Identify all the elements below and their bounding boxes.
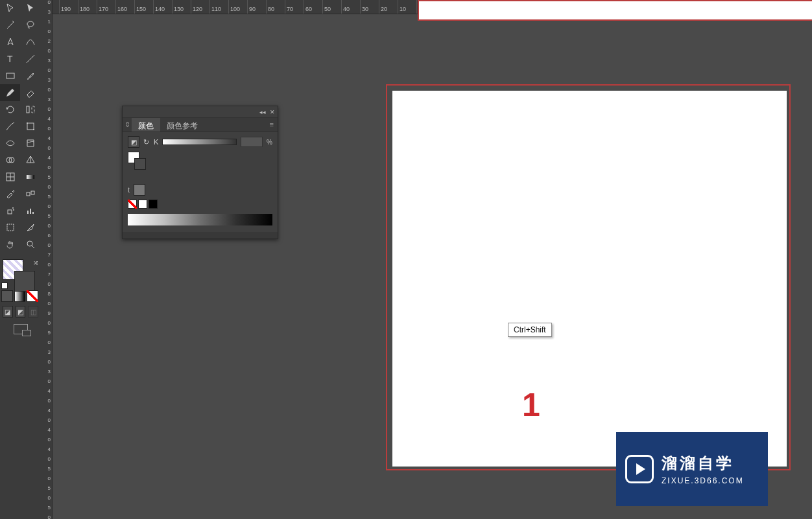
ruler-tick: 0 (41, 224, 52, 233)
eraser-tool[interactable] (21, 84, 41, 101)
artboard-1[interactable]: Ctrl+Shift 1 (392, 91, 787, 467)
line-tool[interactable] (21, 51, 41, 67)
warp-tool[interactable] (21, 135, 41, 152)
ruler-tick: 8 (41, 292, 52, 301)
fill-mode-gradient[interactable] (14, 290, 26, 302)
svg-point-17 (13, 209, 14, 211)
svg-point-7 (27, 122, 28, 124)
panel-close-icon[interactable]: ✕ (270, 109, 275, 115)
svg-point-8 (33, 129, 34, 130)
hand-tool[interactable] (0, 236, 20, 253)
direct-selection-tool[interactable] (21, 0, 41, 17)
artboard-tool[interactable] (0, 219, 20, 236)
swap-fill-stroke-icon[interactable]: ⤮ (33, 259, 38, 266)
ruler-vertical[interactable]: 0310203030304040405050506070708090903030… (41, 0, 53, 519)
ruler-tick: 3 (41, 97, 52, 107)
panel-menu-icon[interactable]: ≡ (266, 118, 278, 132)
ruler-tick: 0 (41, 107, 52, 117)
ruler-tick: 180 (78, 0, 97, 14)
watermark-title: 溜溜自学 (662, 453, 744, 474)
fill-mode-none[interactable] (27, 290, 38, 302)
ruler-tick: 0 (41, 165, 52, 175)
svg-rect-3 (6, 73, 14, 78)
draw-inside[interactable]: ◫ (28, 306, 38, 317)
svg-rect-5 (32, 106, 34, 113)
ruler-tick: 5 (41, 486, 52, 496)
pencil-tool[interactable] (0, 84, 20, 101)
artboard-number-label: 1 (522, 386, 540, 424)
perspective-tool[interactable] (21, 152, 41, 168)
fill-stroke-swatches[interactable]: ⤮ (0, 257, 41, 289)
rectangle-tool[interactable] (0, 67, 20, 84)
svg-rect-13 (27, 192, 30, 196)
ruler-tick: 0 (41, 282, 52, 292)
panel-grip-icon[interactable]: ⇕ (123, 118, 132, 132)
panel-fill-stroke[interactable] (128, 152, 147, 171)
flyout-icon[interactable]: ◩ (128, 136, 139, 148)
ruler-tick: 0 (41, 321, 52, 330)
ruler-tick: 0 (41, 360, 52, 369)
zoom-tool[interactable] (21, 236, 41, 253)
blend-tool[interactable] (21, 185, 41, 202)
k-value-input[interactable] (241, 137, 263, 147)
paintbrush-tool[interactable] (21, 67, 41, 84)
ruler-tick: 2 (41, 39, 52, 49)
ruler-tick: 5 (41, 214, 52, 224)
swatch-black[interactable] (149, 200, 158, 209)
ruler-tick: 50 (323, 0, 342, 14)
symbol-sprayer-tool[interactable] (0, 202, 20, 219)
tint-icon[interactable]: t (128, 186, 130, 194)
rotate-tool[interactable] (0, 101, 20, 118)
draw-normal[interactable]: ◪ (3, 306, 13, 317)
type-tool[interactable]: T (0, 51, 20, 67)
panel-resize-grip[interactable] (123, 232, 278, 238)
swatch-white[interactable] (138, 200, 147, 209)
svg-text:T: T (7, 54, 13, 64)
ruler-tick: 9 (41, 330, 52, 340)
svg-rect-21 (7, 224, 14, 231)
ruler-tick: 4 (41, 117, 52, 126)
free-transform-tool[interactable] (21, 118, 41, 135)
tint-swatch[interactable] (134, 184, 145, 196)
ruler-tick: 90 (248, 0, 267, 14)
ruler-tick: 0 (41, 204, 52, 214)
fill-mode-color[interactable] (1, 290, 13, 302)
tab-color-guide[interactable]: 颜色参考 (160, 118, 204, 132)
svg-point-16 (12, 207, 14, 209)
column-graph-tool[interactable] (21, 202, 41, 219)
k-slider[interactable] (162, 139, 237, 145)
default-colors[interactable] (1, 283, 8, 289)
pen-tool[interactable] (0, 34, 20, 51)
ruler-tick: 5 (41, 194, 52, 204)
draw-behind[interactable]: ◩ (16, 306, 26, 317)
selection-tool[interactable] (0, 0, 20, 17)
slice-tool[interactable] (21, 219, 41, 236)
cycle-icon[interactable]: ↻ (143, 138, 150, 146)
ruler-tick: 0 (41, 457, 52, 467)
mesh-tool[interactable] (0, 168, 20, 185)
panel-collapse-icon[interactable]: ◂◂ (259, 109, 266, 115)
stroke-swatch[interactable] (14, 271, 35, 292)
scale-tool[interactable] (0, 118, 20, 135)
ruler-tick: 4 (41, 447, 52, 457)
ruler-tick: 140 (154, 0, 173, 14)
magic-wand-tool[interactable] (0, 17, 20, 34)
ruler-tick: 0 (41, 0, 52, 10)
screen-mode-icon[interactable] (14, 324, 28, 334)
shape-builder-tool[interactable] (0, 152, 20, 168)
ruler-tick: 0 (41, 418, 52, 428)
ruler-tick: 5 (41, 175, 52, 185)
color-panel[interactable]: ◂◂ ✕ ⇕ 颜色 颜色参考 ≡ ◩ ↻ K % t (122, 106, 278, 239)
grayscale-spectrum[interactable] (128, 214, 272, 225)
play-icon (625, 455, 654, 483)
swatch-none[interactable] (128, 200, 137, 209)
reflect-tool[interactable] (21, 101, 41, 118)
lasso-tool[interactable] (21, 17, 41, 34)
screen-mode-row (0, 320, 41, 338)
curvature-tool[interactable] (21, 34, 41, 51)
svg-rect-18 (27, 211, 29, 214)
gradient-tool[interactable] (21, 168, 41, 185)
tab-color[interactable]: 颜色 (132, 118, 160, 132)
width-tool[interactable] (0, 135, 20, 152)
eyedropper-tool[interactable] (0, 185, 20, 202)
